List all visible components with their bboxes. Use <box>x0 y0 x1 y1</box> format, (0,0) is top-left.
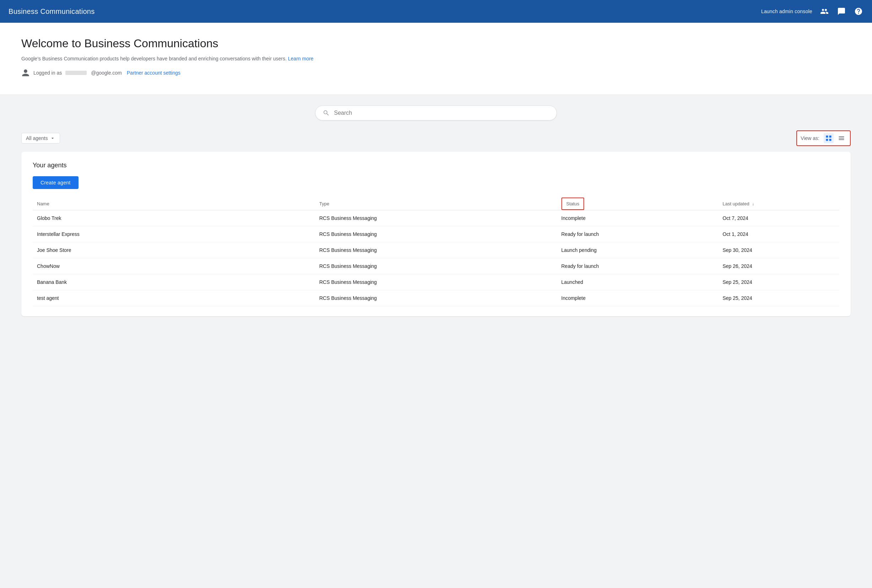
account-icon <box>21 69 30 77</box>
agent-status: Ready for launch <box>557 226 719 242</box>
people-icon[interactable] <box>819 6 829 16</box>
search-bar-wrapper <box>21 105 851 120</box>
status-header-highlighted: Status <box>561 198 585 210</box>
agent-type: RCS Business Messaging <box>315 226 557 242</box>
agent-status: Ready for launch <box>557 258 719 274</box>
col-header-status: Status <box>557 198 719 210</box>
agent-updated: Oct 1, 2024 <box>719 226 840 242</box>
welcome-subtitle: Google's Business Communication products… <box>21 56 851 62</box>
agent-updated: Sep 25, 2024 <box>719 274 840 290</box>
table-header-row: Name Type Status Last updated ↓ <box>33 198 839 210</box>
search-icon <box>323 110 330 117</box>
agent-type: RCS Business Messaging <box>315 258 557 274</box>
agent-status: Incomplete <box>557 210 719 226</box>
partner-account-settings-link[interactable]: Partner account settings <box>127 70 180 76</box>
welcome-title: Welcome to Business Communications <box>21 37 851 50</box>
sort-down-icon: ↓ <box>752 201 754 206</box>
agent-name: Banana Bank <box>33 274 315 290</box>
table-row[interactable]: Banana Bank RCS Business Messaging Launc… <box>33 274 839 290</box>
launch-admin-button[interactable]: Launch admin console <box>761 9 812 14</box>
agent-updated: Oct 7, 2024 <box>719 210 840 226</box>
header-left: Business Communications <box>9 8 95 16</box>
learn-more-link[interactable]: Learn more <box>288 56 314 62</box>
table-row[interactable]: ChowNow RCS Business Messaging Ready for… <box>33 258 839 274</box>
table-row[interactable]: Interstellar Express RCS Business Messag… <box>33 226 839 242</box>
agents-table: Name Type Status Last updated ↓ Globo T <box>33 198 839 306</box>
logged-in-text: Logged in as <box>33 70 62 76</box>
agent-status: Launch pending <box>557 242 719 258</box>
search-bar <box>315 105 557 120</box>
view-as-section: View as: <box>796 130 851 146</box>
table-row[interactable]: Globo Trek RCS Business Messaging Incomp… <box>33 210 839 226</box>
welcome-section: Welcome to Business Communications Googl… <box>0 23 872 94</box>
agent-type: RCS Business Messaging <box>315 290 557 306</box>
agent-type: RCS Business Messaging <box>315 242 557 258</box>
create-agent-button[interactable]: Create agent <box>33 176 78 189</box>
agent-name: ChowNow <box>33 258 315 274</box>
all-agents-dropdown[interactable]: All agents <box>21 133 60 144</box>
header-right: Launch admin console <box>761 6 863 16</box>
agent-name: Joe Shoe Store <box>33 242 315 258</box>
search-input[interactable] <box>334 110 549 116</box>
agent-updated: Sep 26, 2024 <box>719 258 840 274</box>
view-as-label: View as: <box>801 135 819 141</box>
agent-name: Interstellar Express <box>33 226 315 242</box>
chevron-down-icon <box>50 135 56 141</box>
logged-in-row: Logged in as @google.com Partner account… <box>21 69 851 77</box>
list-view-button[interactable] <box>836 133 846 143</box>
email-suffix: @google.com <box>91 70 122 76</box>
agent-updated: Sep 30, 2024 <box>719 242 840 258</box>
agents-card-title: Your agents <box>33 162 839 169</box>
top-header: Business Communications Launch admin con… <box>0 0 872 23</box>
agent-type: RCS Business Messaging <box>315 210 557 226</box>
chat-icon[interactable] <box>836 6 846 16</box>
main-content: All agents View as: Your agents Create a… <box>0 94 872 330</box>
grid-view-button[interactable] <box>824 133 834 143</box>
col-header-type: Type <box>315 198 557 210</box>
agent-name: Globo Trek <box>33 210 315 226</box>
agent-status: Launched <box>557 274 719 290</box>
agent-status: Incomplete <box>557 290 719 306</box>
email-blur <box>65 71 87 75</box>
col-header-name: Name <box>33 198 315 210</box>
agent-name: test agent <box>33 290 315 306</box>
agents-card: Your agents Create agent Name Type Statu… <box>21 152 851 316</box>
all-agents-label: All agents <box>26 135 48 141</box>
table-row[interactable]: test agent RCS Business Messaging Incomp… <box>33 290 839 306</box>
help-icon[interactable] <box>854 6 863 16</box>
agent-updated: Sep 25, 2024 <box>719 290 840 306</box>
agent-type: RCS Business Messaging <box>315 274 557 290</box>
table-row[interactable]: Joe Shoe Store RCS Business Messaging La… <box>33 242 839 258</box>
col-header-updated: Last updated ↓ <box>719 198 840 210</box>
app-title: Business Communications <box>9 8 95 16</box>
filters-row: All agents View as: <box>21 130 851 146</box>
